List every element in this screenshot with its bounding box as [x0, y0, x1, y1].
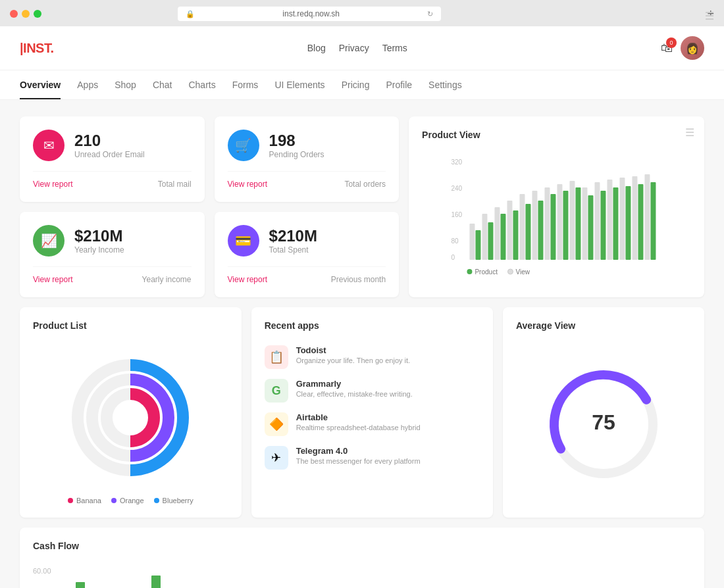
- svg-rect-26: [601, 191, 606, 260]
- product-view-card: Product View ☰ 320 240 160 80 0: [409, 116, 704, 297]
- svg-rect-52: [76, 582, 85, 588]
- address-bar[interactable]: 🔒 inst.redq.now.sh ↻: [178, 7, 441, 21]
- svg-rect-23: [582, 187, 588, 260]
- nav-apps[interactable]: Apps: [77, 70, 98, 99]
- svg-rect-29: [620, 178, 625, 260]
- svg-rect-5: [470, 224, 475, 260]
- orders-view-report[interactable]: View report: [228, 180, 267, 189]
- svg-rect-15: [532, 191, 538, 260]
- app-airtable: 🔶 Airtable Realtime spreadsheet-database…: [265, 412, 480, 436]
- income-value: $210M: [74, 227, 124, 245]
- svg-text:160: 160: [452, 211, 463, 218]
- gauge-wrap: 75: [516, 345, 691, 503]
- dot-green: [34, 10, 41, 18]
- blog-link[interactable]: Blog: [307, 43, 326, 53]
- income-view-report[interactable]: View report: [33, 275, 72, 284]
- svg-rect-33: [645, 174, 650, 260]
- bottom-row: Product List ☰: [20, 307, 704, 518]
- donut-legend: Banana Orange Blueberry: [33, 497, 228, 504]
- svg-rect-13: [520, 194, 525, 260]
- airtable-icon: 🔶: [265, 412, 288, 436]
- telegram-info: Telegram 4.0 The best messenger for ever…: [296, 446, 421, 465]
- cart-badge: 0: [666, 37, 677, 48]
- product-list-title: Product List: [33, 320, 87, 331]
- income-icon: 📈: [33, 225, 65, 257]
- svg-rect-59: [151, 576, 161, 588]
- orders-total-label: Total orders: [344, 180, 386, 189]
- svg-rect-31: [633, 176, 638, 260]
- privacy-link[interactable]: Privacy: [339, 43, 369, 53]
- svg-rect-11: [507, 201, 513, 260]
- nav-ui-elements[interactable]: UI Elements: [274, 70, 324, 99]
- product-view-menu[interactable]: ☰: [685, 126, 694, 139]
- avatar[interactable]: 👩: [681, 36, 704, 60]
- svg-rect-6: [476, 230, 481, 260]
- orders-value: 198: [269, 132, 324, 150]
- svg-rect-9: [495, 207, 500, 260]
- legend-blueberry: Blueberry: [154, 497, 194, 504]
- email-label: Unread Order Email: [74, 150, 145, 159]
- svg-rect-22: [576, 187, 581, 260]
- banana-dot: [68, 498, 73, 503]
- nav-forms[interactable]: Forms: [232, 70, 259, 99]
- svg-text:View: View: [516, 268, 530, 276]
- svg-rect-34: [651, 182, 656, 260]
- url-text: inst.redq.now.sh: [282, 9, 340, 18]
- svg-text:75: 75: [592, 410, 615, 434]
- email-info: 210 Unread Order Email: [74, 132, 145, 159]
- app-window: |INST. Blog Privacy Terms 🛍 0 👩 Overview…: [0, 26, 724, 588]
- blueberry-dot: [154, 498, 159, 503]
- cash-flow-card: Cash Flow ☰ 60.00 30.00 0.00: [20, 527, 704, 588]
- spent-total-label: Previous month: [331, 275, 386, 284]
- spent-value: $210M: [269, 227, 317, 245]
- nav-charts[interactable]: Charts: [188, 70, 215, 99]
- orders-info: 198 Pending Orders: [269, 132, 324, 159]
- airtable-desc: Realtime spreadsheet-database hybrid: [296, 424, 421, 431]
- income-label: Yearly Income: [74, 245, 124, 255]
- grammarly-desc: Clear, effective, mistake-free writing.: [296, 390, 413, 398]
- email-total-label: Total mail: [158, 180, 192, 189]
- nav-profile[interactable]: Profile: [386, 70, 412, 99]
- legend-orange: Orange: [111, 497, 144, 504]
- svg-rect-19: [557, 184, 563, 260]
- app-grammarly: G Grammarly Clear, effective, mistake-fr…: [265, 379, 480, 403]
- nav-settings[interactable]: Settings: [428, 70, 462, 99]
- svg-rect-20: [563, 191, 569, 260]
- stats-right: 🛒 198 Pending Orders View report Total o…: [215, 116, 400, 297]
- svg-rect-30: [626, 186, 631, 260]
- svg-rect-10: [501, 214, 506, 260]
- legend-banana: Banana: [68, 497, 101, 504]
- avatar-image: 👩: [681, 36, 704, 60]
- content: ✉ 210 Unread Order Email View report Tot…: [0, 100, 724, 588]
- svg-text:60.00: 60.00: [33, 567, 51, 575]
- orders-icon: 🛒: [228, 130, 259, 161]
- income-info: $210M Yearly Income: [74, 227, 124, 255]
- dot-red: [10, 10, 18, 18]
- svg-rect-14: [526, 204, 531, 260]
- spent-info: $210M Total Spent: [269, 227, 317, 255]
- recent-apps-card: Recent apps 📋 Todoist Organize your life…: [251, 307, 493, 518]
- nav-chat[interactable]: Chat: [153, 70, 172, 99]
- telegram-icon: ✈: [265, 446, 288, 470]
- svg-rect-21: [570, 181, 575, 260]
- cash-flow-title: Cash Flow: [33, 541, 79, 551]
- spent-view-report[interactable]: View report: [228, 275, 267, 284]
- svg-rect-17: [545, 187, 550, 260]
- stats-row: ✉ 210 Unread Order Email View report Tot…: [20, 116, 704, 297]
- email-view-report[interactable]: View report: [33, 180, 72, 189]
- orders-label: Pending Orders: [269, 150, 324, 159]
- todoist-info: Todoist Organize your life. Then go enjo…: [296, 345, 410, 364]
- terms-link[interactable]: Terms: [382, 43, 407, 53]
- stat-card-income: 📈 $210M Yearly Income View report Yearly…: [20, 212, 205, 297]
- cart-button[interactable]: 🛍 0: [661, 41, 673, 55]
- svg-rect-12: [513, 210, 519, 260]
- nav-pricing[interactable]: Pricing: [342, 70, 370, 99]
- airtable-name: Airtable: [296, 412, 421, 422]
- svg-rect-25: [595, 182, 600, 260]
- svg-rect-8: [488, 222, 494, 260]
- nav-overview[interactable]: Overview: [20, 70, 61, 99]
- app-todoist: 📋 Todoist Organize your life. Then go en…: [265, 345, 480, 369]
- nav-shop[interactable]: Shop: [115, 70, 136, 99]
- donut-chart-wrap: [33, 345, 228, 490]
- spent-icon: 💳: [228, 225, 259, 257]
